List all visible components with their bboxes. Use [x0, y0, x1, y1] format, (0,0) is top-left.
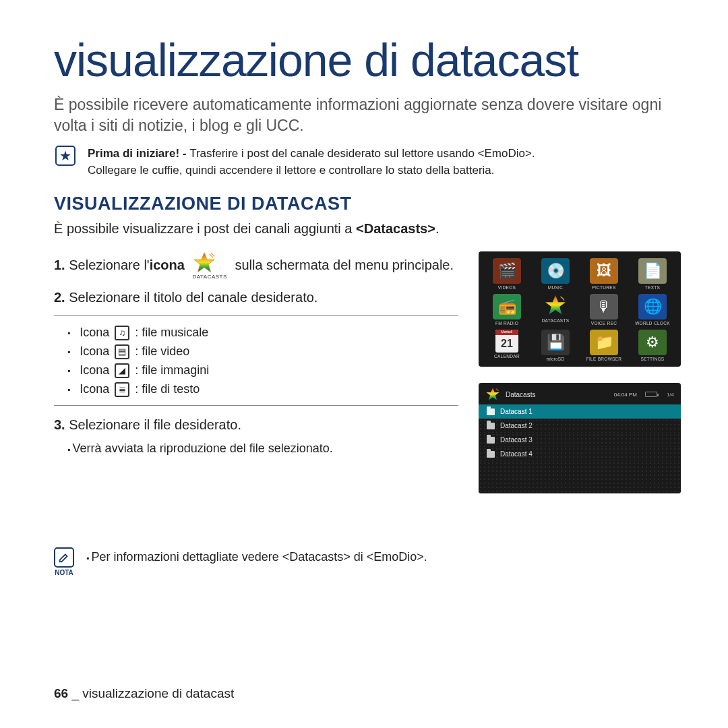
- icon-row-video: Icona ▤ : file video: [67, 344, 458, 359]
- menu-app-pictures: 🖼PICTURES: [581, 258, 627, 290]
- prima-text: Prima di iniziare! - Trasferire i post d…: [88, 146, 535, 179]
- star-icon: ★: [55, 146, 75, 166]
- menu-app-file-browser: 📁FILE BROWSER: [581, 330, 627, 361]
- note-label: NOTA: [54, 569, 74, 576]
- intro-paragraph: È possibile ricevere automaticamente inf…: [54, 94, 681, 136]
- divider: [54, 315, 458, 316]
- image-icon: ◢: [115, 363, 129, 378]
- pencil-note-icon: [54, 547, 74, 568]
- prima-line1: Trasferire i post del canale desiderato …: [189, 147, 535, 160]
- step-1: 1. Selezionare l'icona: [54, 251, 458, 281]
- star-rainbow-icon: [193, 251, 216, 274]
- menu-app-settings: ⚙SETTINGS: [630, 330, 675, 361]
- prima-line2: Collegare le cuffie, quindi accendere il…: [88, 164, 495, 177]
- datacasts-header-title: Datacasts: [506, 391, 535, 398]
- section-subtext: È possibile visualizzare i post dei cana…: [54, 221, 681, 237]
- menu-app-fm-radio: 📻FM RADIO: [484, 294, 530, 326]
- datacast-list-item: Datacast 2: [479, 419, 681, 433]
- battery-icon: [645, 392, 657, 397]
- step-3-sub: Verrà avviata la riproduzione del file s…: [54, 442, 458, 456]
- menu-app-world-clock: 🌐WORLD CLOCK: [630, 294, 675, 326]
- datacast-list-item: Datacast 3: [479, 433, 681, 447]
- page-footer: 66 _ visualizzazione di datacast: [54, 686, 234, 701]
- note-text: Per informazioni dettagliate vedere <Dat…: [86, 547, 427, 564]
- star-rainbow-icon: [485, 387, 500, 402]
- menu-app-datacasts: DATACASTS: [533, 294, 578, 326]
- page-counter: 1/4: [667, 392, 674, 398]
- filmstrip-icon: ▤: [115, 344, 129, 359]
- icon-row-image: Icona ◢ : file immagini: [67, 363, 458, 378]
- icon-row-text: Icona ≣ : file di testo: [67, 382, 458, 397]
- clock-readout: 04:04 PM: [614, 392, 637, 398]
- datacast-list-item: Datacast 1: [479, 404, 681, 419]
- menu-app-voice-rec: 🎙VOICE REC: [581, 294, 627, 326]
- device-menu-screenshot: 🎬VIDEOS💿MUSIC🖼PICTURES📄TEXTS📻FM RADIODAT…: [479, 251, 681, 367]
- menu-app-texts: 📄TEXTS: [630, 258, 675, 290]
- prima-di-iniziare-box: ★ Prima di iniziare! - Trasferire i post…: [54, 146, 681, 179]
- folder-icon: [487, 451, 495, 458]
- icon-row-music: Icona ♫ : file musicale: [67, 326, 458, 340]
- folder-icon: [487, 408, 495, 415]
- note-block: NOTA Per informazioni dettagliate vedere…: [54, 547, 681, 576]
- divider: [54, 405, 458, 406]
- device-datacasts-screenshot: Datacasts 04:04 PM 1/4 Datacast 1Datacas…: [479, 383, 681, 493]
- menu-app-calendar: Martedì21CALENDAR: [484, 330, 530, 361]
- folder-icon: [487, 423, 495, 429]
- step-3: 3. Selezionare il file desiderato.: [54, 415, 458, 435]
- file-type-icon-list: Icona ♫ : file musicale Icona ▤ : file v…: [54, 326, 458, 397]
- datacasts-inline-icon: DATACASTS: [193, 251, 227, 281]
- prima-label: Prima di iniziare! -: [88, 147, 189, 160]
- step-2: 2. Selezionare il titolo del canale desi…: [54, 288, 458, 307]
- page-title: visualizzazione di datacast: [54, 34, 681, 86]
- music-note-icon: ♫: [115, 326, 129, 340]
- folder-icon: [487, 437, 495, 444]
- section-heading: VISUALIZZAZIONE DI DATACAST: [54, 193, 681, 214]
- text-lines-icon: ≣: [115, 382, 129, 397]
- menu-app-videos: 🎬VIDEOS: [484, 258, 530, 290]
- menu-app-microsd: 💾microSD: [533, 330, 578, 361]
- datacast-list-item: Datacast 4: [479, 447, 681, 461]
- menu-app-music: 💿MUSIC: [533, 258, 578, 290]
